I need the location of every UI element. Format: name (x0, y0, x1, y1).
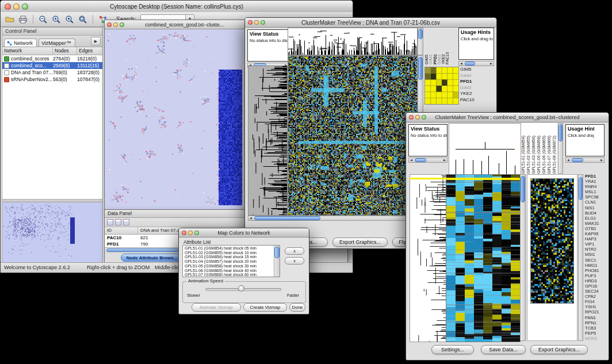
column-header-edges[interactable]: Edges (77, 47, 102, 55)
birdseye-canvas[interactable] (2, 202, 102, 262)
scrollbar-thumb[interactable] (572, 158, 583, 162)
dialog-titlebar[interactable]: Map Colors to Network (179, 228, 309, 237)
create-attribute-icon[interactable] (115, 219, 121, 225)
export-graphics-button[interactable]: Export Graphics... (530, 345, 588, 354)
heatmap-vscrollbar[interactable] (520, 174, 526, 341)
attribute-listbox[interactable]: GPL51-01 (GSM854) heat shock 05 minGPL51… (182, 245, 280, 277)
network-list-row[interactable]: sRNAPuberNov2...563(0)107847(0) (2, 76, 102, 83)
tab-network[interactable]: Network (4, 39, 37, 47)
scrollbar-thumb[interactable] (106, 248, 179, 252)
print-icon[interactable] (17, 14, 29, 25)
list-vscrollbar[interactable] (274, 246, 280, 277)
scrollbar-thumb[interactable] (521, 176, 525, 202)
treeview-combined-titlebar[interactable]: ClusterMaker TreeView : combined_scores_… (406, 113, 609, 122)
column-dendrogram[interactable] (288, 28, 418, 55)
export-graphics-button[interactable]: Export Graphics... (332, 237, 388, 247)
tab-overflow-arrow[interactable]: ▶ (91, 37, 101, 45)
settings-button[interactable]: Settings... (431, 345, 474, 354)
network-view-titlebar[interactable]: combined_scores_good.txt--cluste... (105, 20, 244, 29)
column-header-id[interactable]: ID (105, 227, 138, 234)
column-header-nodes[interactable]: Nodes (53, 47, 77, 55)
attribute-list-item[interactable]: GPL51-03 (GSM856) heat shock 15 min (183, 255, 274, 259)
zoom-button[interactable] (120, 22, 124, 27)
attribute-list-item[interactable]: GPL51-05 (GSM858) heat shock 30 min (183, 264, 274, 269)
row-dendrogram[interactable] (248, 66, 288, 216)
create-vizmap-button[interactable]: Create Vizmap (243, 303, 287, 312)
animate-vizmap-button[interactable]: Animate Vizmap (192, 303, 241, 312)
network-canvas[interactable] (105, 29, 243, 210)
tab-vizmapper[interactable]: VizMapper™ (39, 39, 75, 47)
scroll-left-icon[interactable]: ◀ (409, 158, 414, 162)
zoom-heatmap[interactable] (530, 178, 574, 304)
correlation-matrix-thumbnail[interactable] (424, 67, 459, 105)
zoom-fit-icon[interactable] (77, 14, 89, 25)
expression-heatmap[interactable] (446, 174, 521, 342)
scrollbar-thumb[interactable] (559, 124, 563, 141)
array-column-label: GPL51-01 (GSM854) (521, 123, 526, 174)
close-button[interactable] (409, 115, 414, 120)
scrollbar-thumb[interactable] (465, 62, 475, 66)
network-table-header: Network Nodes Edges (2, 47, 102, 55)
scrollbar-thumb[interactable] (415, 158, 426, 162)
column-labels-vscrollbar[interactable] (558, 123, 563, 174)
close-button[interactable] (107, 22, 112, 27)
zoom-vscrollbar[interactable] (578, 174, 583, 341)
scrollbar-thumb[interactable] (418, 57, 423, 80)
dendrogram-vscrollbar[interactable] (418, 28, 423, 55)
network-list-row[interactable]: DNA and Tran 07...769(0)183728(0) (2, 69, 102, 76)
treeview-dna-titlebar[interactable]: ClusterMaker TreeView : DNA and Tran 07-… (245, 18, 496, 28)
delete-attribute-icon[interactable] (123, 219, 129, 225)
move-down-button[interactable]: ∨ (285, 257, 304, 265)
scroll-left-icon[interactable]: ◀ (248, 216, 253, 220)
zoom-button[interactable] (261, 20, 265, 25)
scrollbar-thumb[interactable] (418, 29, 423, 39)
row-dendrogram[interactable] (410, 174, 446, 342)
zoom-in-icon[interactable] (51, 14, 62, 25)
scroll-right-icon[interactable]: ▶ (599, 158, 604, 162)
move-up-button[interactable]: ∧ (285, 247, 304, 255)
network-list-row[interactable]: combined_scores2764(0)16218(0) (2, 55, 102, 62)
usage-hints-scrollbar[interactable]: ◀ ▶ (458, 61, 494, 66)
attribute-list-item[interactable]: GPL51-06 (GSM865) heat shock 40 min (183, 269, 274, 273)
minimize-button[interactable] (188, 231, 193, 235)
minimize-button[interactable] (13, 3, 20, 10)
column-dendrogram[interactable] (449, 123, 521, 175)
birdseye-view[interactable] (2, 202, 102, 262)
speed-slider-thumb[interactable] (238, 285, 244, 292)
node-attribute-browser-button[interactable]: Node Attribute Brows... (121, 254, 183, 262)
heatmap-hscrollbar[interactable]: ◀ ▶ (248, 216, 423, 221)
minimize-button[interactable] (254, 20, 259, 25)
minimize-button[interactable] (113, 22, 118, 27)
select-attributes-icon[interactable] (107, 219, 113, 225)
minimize-button[interactable] (415, 115, 420, 120)
usage-hints-scrollbar[interactable]: ◀ ▶ (565, 158, 605, 163)
matrix-heatmap[interactable] (288, 55, 418, 216)
attribute-list-item[interactable]: GPL51-04 (GSM857) heat shock 20 min (183, 259, 274, 264)
done-button[interactable]: Done (289, 303, 305, 312)
zoom-out-icon[interactable] (37, 14, 49, 25)
row-gene-label: GIM4 (460, 73, 495, 79)
zoom-selected-icon[interactable] (64, 14, 75, 25)
scroll-right-icon[interactable]: ▶ (442, 158, 447, 162)
close-button[interactable] (182, 231, 186, 235)
open-folder-icon[interactable] (4, 14, 16, 25)
attribute-list-item[interactable]: GPL51-02 (GSM855) heat shock 10 min (183, 251, 274, 255)
scroll-left-icon[interactable]: ◀ (566, 158, 571, 162)
close-button[interactable] (5, 3, 11, 10)
zoom-button[interactable] (194, 231, 199, 235)
save-data-button[interactable]: Save Data... (481, 345, 526, 354)
zoom-button[interactable] (22, 3, 28, 10)
attribute-list-item[interactable]: GPL51-07 (GSM868) heat shock 60 min (183, 273, 274, 276)
scrollbar-thumb[interactable] (579, 177, 583, 200)
close-button[interactable] (248, 20, 253, 25)
scroll-left-icon[interactable]: ◀ (459, 62, 464, 66)
network-list-row[interactable]: combined_sco...2569(6)13112(15) (2, 62, 102, 69)
attribute-list-item[interactable]: GPL51-01 (GSM854) heat shock 05 min (183, 246, 274, 251)
scroll-right-icon[interactable]: ▶ (489, 62, 494, 66)
zoom-button[interactable] (422, 115, 426, 120)
scrollbar-thumb[interactable] (254, 216, 320, 220)
column-header-network[interactable]: Network (2, 47, 53, 55)
main-titlebar[interactable]: Cytoscape Desktop (Session Name: collins… (1, 1, 353, 13)
view-status-scrollbar[interactable]: ◀ ▶ (408, 158, 447, 163)
scrollbar-thumb[interactable] (274, 247, 280, 258)
